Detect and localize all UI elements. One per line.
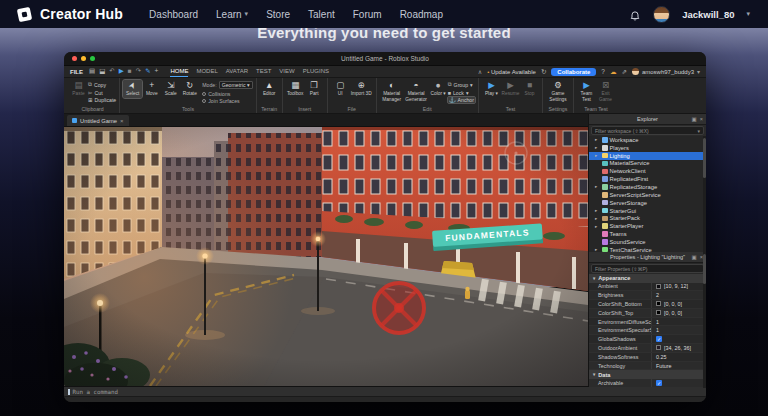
properties-scrollbar[interactable] xyxy=(703,252,706,388)
color-swatch[interactable] xyxy=(656,284,661,289)
collisions-toggle[interactable]: Collisions xyxy=(202,91,252,97)
username[interactable]: Jackwill_80 xyxy=(682,9,734,20)
explorer-scrollbar[interactable] xyxy=(703,136,706,252)
pen-icon[interactable]: ✎ xyxy=(145,68,150,75)
cloud-status-icon[interactable]: ☁ xyxy=(610,68,617,76)
explorer-item-startergui[interactable]: ▸StarterGui xyxy=(589,207,706,215)
select-tool-button[interactable]: ➤ Select xyxy=(123,80,142,98)
collaborate-button[interactable]: Collaborate xyxy=(551,68,596,76)
expand-arrow-icon[interactable]: ▸ xyxy=(595,145,600,150)
nav-link-talent[interactable]: Talent xyxy=(308,9,335,20)
explorer-item-serverstorage[interactable]: ServerStorage xyxy=(589,199,706,207)
checkbox-icon[interactable]: ✓ xyxy=(656,336,662,342)
checkbox-icon[interactable]: ✓ xyxy=(656,380,662,386)
new-file-icon[interactable]: ▤ xyxy=(89,68,95,75)
tab-home[interactable]: HOME xyxy=(170,66,188,77)
explorer-item-materialservice[interactable]: MaterialService xyxy=(589,160,706,168)
notifications-bell-icon[interactable] xyxy=(629,8,641,20)
toolbox-button[interactable]: ▦Toolbox xyxy=(286,80,305,98)
nav-link-forum[interactable]: Forum xyxy=(353,9,382,20)
explorer-item-replicatedstorage[interactable]: ▸ReplicatedStorage xyxy=(589,183,706,191)
property-value[interactable]: 0.25 xyxy=(651,353,706,361)
tab-close-icon[interactable]: × xyxy=(120,118,124,124)
tab-view[interactable]: VIEW xyxy=(279,66,294,77)
explorer-filter-input[interactable]: Filter workspace (⇧⌘X) ▾ xyxy=(591,126,704,135)
update-available[interactable]: • Update Available xyxy=(487,69,536,75)
properties-popout-icon[interactable]: ▣ xyxy=(692,254,697,260)
color-swatch[interactable] xyxy=(656,310,661,315)
collapse-ribbon-icon[interactable]: ∧ xyxy=(478,68,482,75)
properties-filter-input[interactable]: Filter Properties (⇧⌘P) xyxy=(591,264,704,273)
group-button[interactable]: ⧉Group ▾ xyxy=(448,81,475,88)
explorer-item-workspace[interactable]: ▸Workspace xyxy=(589,136,706,144)
explorer-item-players[interactable]: ▸Players xyxy=(589,144,706,152)
tab-plugins[interactable]: PLUGINS xyxy=(303,66,329,77)
viewport-tab[interactable]: Untitled Game × xyxy=(67,115,129,126)
color-swatch[interactable] xyxy=(656,345,661,350)
add-icon[interactable]: + xyxy=(155,68,159,75)
studio-user[interactable]: amoswh97_buddy3 ▾ xyxy=(632,68,700,75)
resume-button[interactable]: ▶Resume xyxy=(501,80,520,98)
explorer-item-soundservice[interactable]: SoundService xyxy=(589,238,706,246)
terrain-editor-button[interactable]: ▲Editor xyxy=(260,80,279,98)
viewport-3d-scene[interactable]: FUNDAMENTALS xyxy=(64,127,588,386)
explorer-item-lighting[interactable]: ▸Lighting xyxy=(589,152,706,160)
explorer-item-teams[interactable]: Teams xyxy=(589,230,706,238)
explorer-item-starterplayer[interactable]: ▸StarterPlayer xyxy=(589,222,706,230)
duplicate-button[interactable]: ⊞Duplicate xyxy=(88,97,116,103)
exit-game-button[interactable]: ⊠Exit Game xyxy=(596,80,615,103)
tab-test[interactable]: TEST xyxy=(256,66,271,77)
stop-quick-icon[interactable]: ■ xyxy=(128,68,132,75)
expand-arrow-icon[interactable]: ▸ xyxy=(595,224,600,229)
explorer-item-networkclient[interactable]: NetworkClient xyxy=(589,167,706,175)
lock-button[interactable]: ■Lock ▾ xyxy=(448,90,475,96)
join-surfaces-toggle[interactable]: Join Surfaces xyxy=(202,98,252,104)
explorer-popout-icon[interactable]: ▣ xyxy=(692,116,697,122)
save-icon[interactable]: ⬓ xyxy=(99,68,105,75)
expand-arrow-icon[interactable]: ▸ xyxy=(595,137,600,142)
copy-button[interactable]: ⧉Copy xyxy=(88,81,116,88)
nav-link-roadmap[interactable]: Roadmap xyxy=(400,9,443,20)
explorer-item-serverscriptservice[interactable]: ServerScriptService xyxy=(589,191,706,199)
sync-icon[interactable]: ↻ xyxy=(541,68,546,76)
nav-link-learn[interactable]: Learn▾ xyxy=(216,9,248,20)
move-tool-button[interactable]: +Move xyxy=(142,80,161,98)
explorer-item-starterpack[interactable]: ▸StarterPack xyxy=(589,214,706,222)
expand-arrow-icon[interactable]: ▸ xyxy=(595,208,600,213)
explorer-close-icon[interactable]: × xyxy=(700,116,703,122)
property-value[interactable]: [0, 0, 0] xyxy=(651,309,706,317)
ui-button[interactable]: ▢UI xyxy=(331,80,350,98)
mode-dropdown[interactable]: Mode:Geometric ▾ xyxy=(202,81,252,89)
play-quick-icon[interactable]: ▶ xyxy=(119,68,124,75)
file-menu[interactable]: FILE xyxy=(70,69,83,75)
redo-icon[interactable]: ↷ xyxy=(136,68,141,75)
help-icon[interactable]: ? xyxy=(601,68,605,75)
property-value[interactable]: ✓ xyxy=(651,335,706,343)
part-button[interactable]: ❒Part xyxy=(305,80,324,98)
scale-tool-button[interactable]: ⇲Scale xyxy=(161,80,180,98)
nav-link-dashboard[interactable]: Dashboard xyxy=(149,9,198,20)
property-value[interactable]: 2 xyxy=(651,291,706,299)
color-swatch[interactable] xyxy=(656,301,661,306)
paste-button[interactable]: ▤ Paste xyxy=(69,80,88,98)
property-value[interactable]: 1 xyxy=(651,326,706,334)
user-avatar[interactable] xyxy=(653,6,670,23)
import-3d-button[interactable]: ⊕Import 3D xyxy=(350,80,373,98)
tab-model[interactable]: MODEL xyxy=(196,66,217,77)
property-value[interactable]: [34, 26, 36] xyxy=(651,344,706,352)
section-appearance[interactable]: ▾Appearance xyxy=(589,274,706,283)
undo-icon[interactable]: ↶ xyxy=(109,68,114,75)
material-generator-button[interactable]: ◓Material Generator xyxy=(404,80,429,103)
rotate-tool-button[interactable]: ↻Rotate xyxy=(180,80,199,98)
color-button[interactable]: ●Color ▾ xyxy=(429,80,448,98)
anchor-button[interactable]: ⚓Anchor xyxy=(448,97,475,103)
stop-button[interactable]: ■Stop xyxy=(520,80,539,98)
property-value[interactable]: [0, 0, 0] xyxy=(651,300,706,308)
share-icon[interactable]: ⇗ xyxy=(621,68,626,76)
property-value[interactable]: [10, 9, 12] xyxy=(651,283,706,291)
property-value[interactable]: ✓ xyxy=(651,379,706,387)
expand-arrow-icon[interactable]: ▸ xyxy=(595,216,600,221)
play-button[interactable]: ▶Play ▾ xyxy=(482,80,501,98)
game-settings-button[interactable]: ⚙Game Settings xyxy=(546,80,570,103)
explorer-item-replicatedfirst[interactable]: ReplicatedFirst xyxy=(589,175,706,183)
